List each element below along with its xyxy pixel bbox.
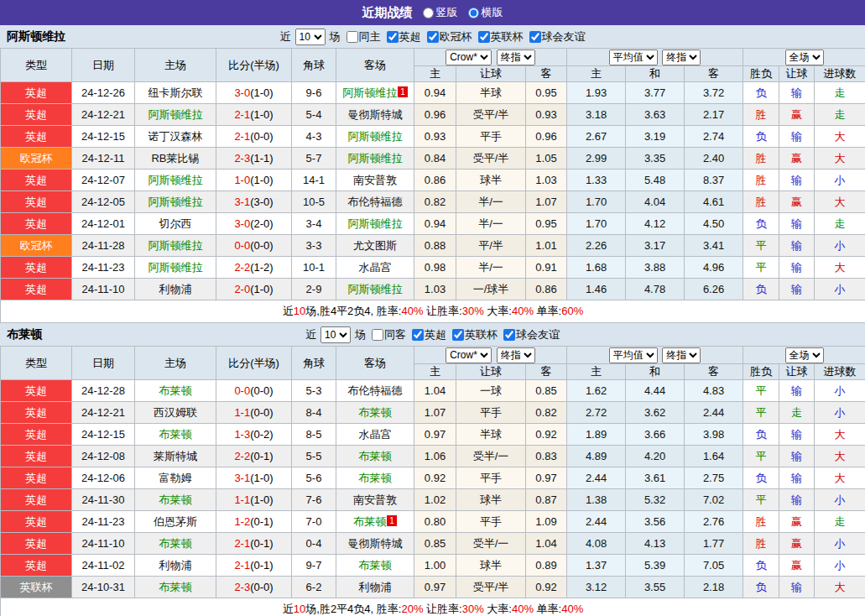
subcol-odds-home: 主 — [414, 364, 456, 380]
result-handicap: 输 — [779, 489, 815, 511]
fulltime-score: 3-1 — [234, 196, 250, 208]
result-handicap: 输 — [779, 380, 815, 402]
result-handicap: 赢 — [779, 191, 815, 213]
odds-handicap: 半球 — [456, 424, 526, 446]
summary-segment: 近 — [283, 305, 294, 317]
odds-away: 0.92 — [526, 424, 567, 446]
summary-segment: 场,胜4平2负4, 胜率: — [305, 305, 401, 317]
match-date: 24-12-21 — [72, 402, 135, 424]
halftime-score: (0-0) — [250, 130, 273, 143]
result-outcome: 负 — [743, 555, 779, 577]
result-handicap: 输 — [779, 467, 815, 489]
ucl-label: 欧冠杯 — [440, 29, 472, 44]
home-team: RB莱比锡 — [135, 148, 216, 170]
team-name-brighton: 布莱顿 — [7, 327, 42, 342]
home-team: 阿斯顿维拉 — [135, 191, 216, 213]
result-handicap: 输 — [779, 235, 815, 257]
league-filter-epl[interactable]: 英超 — [408, 327, 446, 342]
halftime-score: (0-1) — [250, 450, 273, 462]
vertical-radio[interactable] — [423, 8, 434, 18]
result-goals: 大 — [815, 257, 865, 279]
avg-period-select[interactable]: 终指 — [662, 50, 701, 65]
result-goals: 小 — [815, 555, 865, 577]
avg-source-select[interactable]: 平均值 — [609, 50, 658, 65]
team-name: RB莱比锡 — [151, 152, 199, 164]
home-team: 阿斯顿维拉 — [135, 257, 216, 279]
match-date: 24-12-01 — [72, 213, 135, 235]
scope-header: 全场 — [743, 49, 865, 66]
red-card-badge: 1 — [387, 515, 397, 526]
away-team: 布莱顿 — [336, 402, 414, 424]
same-away-checkbox[interactable] — [372, 329, 383, 341]
friendly-checkbox[interactable] — [503, 329, 515, 341]
avg-away: 3.72 — [685, 82, 743, 104]
summary-aston-villa: 近10场,胜4平2负4, 胜率:40% 让胜率:30% 大率:40% 单率:60… — [1, 300, 865, 323]
result-outcome: 胜 — [743, 170, 779, 191]
team-name: 诺丁汉森林 — [149, 130, 203, 143]
horizontal-radio[interactable] — [468, 8, 479, 18]
same-away-filter[interactable]: 同客 — [367, 327, 406, 342]
result-goals: 大 — [815, 577, 865, 598]
odds-period-select[interactable]: 终指 — [497, 50, 535, 65]
col-header-home: 主场 — [135, 49, 216, 82]
odds-home: 0.84 — [414, 148, 456, 170]
scope-select[interactable]: 全场 — [785, 50, 824, 65]
fulltime-score: 2-1 — [234, 108, 250, 121]
odds-handicap: 半球 — [456, 82, 526, 104]
result-outcome: 胜 — [743, 148, 779, 170]
team-name: 水晶宫 — [359, 428, 392, 441]
same-home-checkbox[interactable] — [347, 31, 358, 43]
avg-period-select[interactable]: 终指 — [662, 347, 701, 363]
efl-cup-checkbox[interactable] — [452, 329, 464, 341]
avg-away: 4.50 — [685, 213, 743, 235]
team-name: 布伦特福德 — [348, 196, 403, 208]
league-badge: 英超 — [1, 424, 72, 446]
league-filter-friendly[interactable]: 球会友谊 — [525, 29, 586, 44]
scope-select[interactable]: 全场 — [785, 347, 824, 363]
result-outcome: 胜 — [743, 533, 779, 555]
match-row: 英联杯24-10-31布莱顿2-3(0-0)6-2利物浦0.97受平/半0.92… — [1, 577, 865, 598]
odds-handicap: 受平/半 — [456, 104, 526, 126]
layout-option-horizontal[interactable]: 横版 — [468, 5, 503, 20]
odds-away: 0.83 — [526, 446, 567, 467]
ucl-checkbox[interactable] — [427, 31, 439, 43]
col-header-away: 客场 — [336, 347, 414, 380]
team-name: 切尔西 — [159, 217, 192, 230]
odds-source-select[interactable]: Crow* — [446, 347, 492, 363]
avg-away: 1.64 — [685, 446, 743, 467]
halftime-score: (1-0) — [250, 86, 273, 99]
home-team: 纽卡斯尔联 — [135, 82, 216, 104]
epl-checkbox[interactable] — [387, 31, 399, 43]
friendly-checkbox[interactable] — [529, 31, 541, 43]
summary-segment: 10 — [294, 603, 305, 615]
fulltime-score: 3-0 — [234, 217, 250, 230]
layout-option-vertical[interactable]: 竖版 — [423, 5, 458, 20]
league-filter-epl[interactable]: 英超 — [383, 29, 421, 44]
avg-source-select[interactable]: 平均值 — [609, 347, 658, 363]
efl-cup-checkbox[interactable] — [478, 31, 490, 43]
league-filter-friendly[interactable]: 球会友谊 — [499, 327, 560, 342]
league-filter-efl-cup[interactable]: 英联杯 — [474, 29, 524, 44]
result-goals: 走 — [815, 82, 865, 104]
avg-home: 2.67 — [567, 126, 626, 148]
avg-away: 4.61 — [685, 191, 743, 213]
match-row: 英超24-12-21西汉姆联1-1(0-0)8-4布莱顿1.07平手0.822.… — [1, 402, 865, 424]
league-filter-ucl[interactable]: 欧冠杯 — [423, 29, 472, 44]
odds-source-select[interactable]: Crow* — [446, 50, 492, 65]
team-name: 布莱顿 — [159, 537, 192, 550]
same-home-filter[interactable]: 同主 — [342, 29, 381, 44]
recent-count-select[interactable]: 10 — [295, 29, 326, 45]
league-badge: 英超 — [1, 489, 72, 511]
result-outcome: 负 — [743, 279, 779, 300]
league-filter-efl-cup[interactable]: 英联杯 — [448, 327, 498, 342]
league-badge: 英超 — [1, 82, 72, 104]
corner-score: 2-9 — [292, 279, 336, 300]
odds-handicap: 平手 — [456, 467, 526, 489]
recent-count-select[interactable]: 10 — [320, 326, 351, 343]
epl-checkbox[interactable] — [412, 329, 424, 341]
result-goals: 小 — [815, 533, 865, 555]
odds-home: 1.02 — [414, 489, 456, 511]
corner-score: 5-7 — [292, 148, 336, 170]
odds-period-select[interactable]: 终指 — [497, 347, 535, 363]
avg-away: 2.18 — [685, 577, 743, 598]
